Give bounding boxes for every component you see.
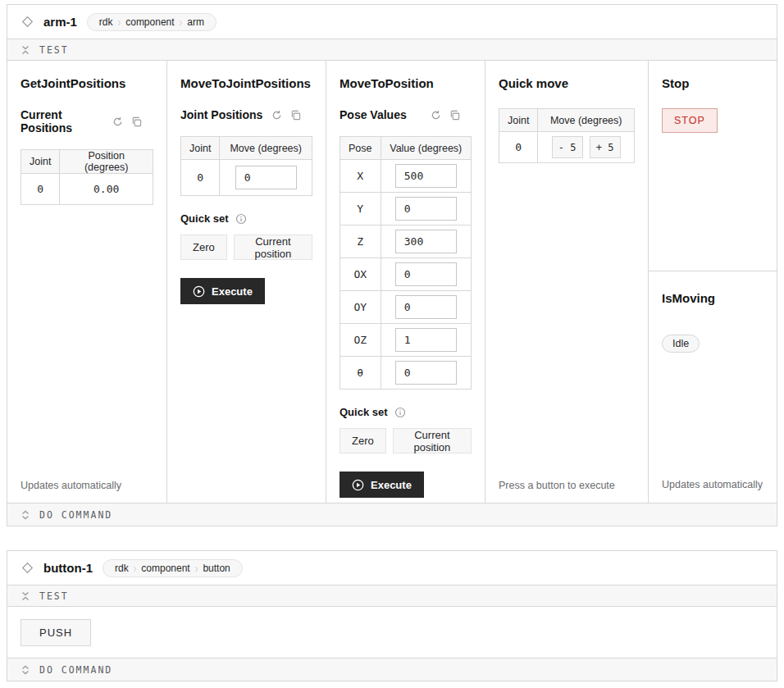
arm-component-card: arm-1 rdk › component › arm TEST GetJoin… bbox=[7, 4, 777, 526]
quick-move-table: Joint Move (degrees) 0 - 5 + 5 bbox=[499, 108, 635, 163]
table-header: Pose bbox=[340, 137, 381, 160]
section-head: Current Positions bbox=[21, 108, 153, 134]
do-command-section-toggle[interactable]: DO COMMAND bbox=[7, 658, 777, 681]
table-row: OZ bbox=[340, 324, 472, 357]
joint-index: 0 bbox=[21, 174, 60, 205]
breadcrumb-segment: component bbox=[122, 16, 177, 28]
table-header: Joint bbox=[181, 137, 220, 160]
button-component-card: button-1 rdk › component › button TEST P… bbox=[7, 550, 777, 681]
table-row: 0 bbox=[181, 160, 312, 196]
breadcrumb-segment: button bbox=[199, 563, 233, 574]
do-command-section-toggle[interactable]: DO COMMAND bbox=[7, 503, 777, 526]
pose-oy-input[interactable] bbox=[395, 295, 457, 319]
joint-index: 0 bbox=[499, 132, 538, 163]
pose-ox-input[interactable] bbox=[395, 262, 457, 286]
info-icon[interactable] bbox=[235, 213, 247, 225]
current-position-button[interactable]: Current position bbox=[234, 235, 312, 260]
table-row: Y bbox=[340, 193, 472, 226]
panel-title: MoveToPosition bbox=[340, 76, 472, 90]
copy-icon[interactable] bbox=[131, 116, 142, 127]
pose-label: OX bbox=[340, 258, 381, 291]
pose-label: X bbox=[340, 160, 381, 193]
chevron-separator-icon: › bbox=[116, 16, 123, 29]
zero-button[interactable]: Zero bbox=[180, 235, 227, 260]
execute-label: Execute bbox=[212, 285, 253, 298]
pose-z-input[interactable] bbox=[395, 230, 457, 253]
move-plus-5-button[interactable]: + 5 bbox=[590, 136, 621, 158]
breadcrumb-segment: rdk bbox=[112, 563, 132, 574]
pose-label: Z bbox=[340, 226, 381, 258]
refresh-icon[interactable] bbox=[112, 116, 123, 127]
stop-button[interactable]: STOP bbox=[662, 108, 718, 133]
pose-label: Y bbox=[340, 193, 381, 226]
component-name: arm-1 bbox=[43, 15, 77, 29]
table-row: OY bbox=[340, 291, 472, 324]
do-command-section-label: DO COMMAND bbox=[39, 509, 112, 521]
component-name: button-1 bbox=[43, 561, 93, 575]
execute-button[interactable]: Execute bbox=[340, 472, 424, 498]
pose-x-input[interactable] bbox=[395, 164, 457, 188]
execute-button[interactable]: Execute bbox=[180, 278, 265, 304]
refresh-icon[interactable] bbox=[431, 110, 441, 121]
table-row: θ bbox=[340, 357, 472, 390]
pose-y-input[interactable] bbox=[395, 197, 457, 221]
table-header: Value (degrees) bbox=[381, 137, 472, 160]
play-icon bbox=[193, 285, 205, 298]
panel-move-to-position: MoveToPosition Pose Values Pose bbox=[326, 61, 485, 503]
pose-label: θ bbox=[340, 357, 381, 390]
current-position-button[interactable]: Current position bbox=[393, 428, 472, 453]
quick-set-label: Quick set bbox=[180, 212, 229, 225]
panel-title: IsMoving bbox=[662, 291, 763, 305]
button-test-panel: PUSH bbox=[7, 607, 777, 658]
panel-footer-note: Updates automatically bbox=[21, 480, 121, 491]
test-section-toggle[interactable]: TEST bbox=[7, 585, 777, 607]
test-section-toggle[interactable]: TEST bbox=[7, 39, 777, 61]
table-header: Joint bbox=[21, 150, 60, 174]
push-button[interactable]: PUSH bbox=[21, 619, 91, 646]
table-header: Position (degrees) bbox=[60, 150, 153, 174]
page: arm-1 rdk › component › arm TEST GetJoin… bbox=[0, 0, 784, 688]
panel-quick-move: Quick move Joint Move (degrees) 0 - 5 + … bbox=[485, 61, 649, 503]
pose-oz-input[interactable] bbox=[395, 328, 457, 352]
chevron-separator-icon: › bbox=[178, 16, 185, 29]
chevron-separator-icon: › bbox=[132, 562, 139, 575]
pose-theta-input[interactable] bbox=[395, 361, 457, 385]
panel-stop: Stop STOP bbox=[649, 61, 777, 271]
zero-button[interactable]: Zero bbox=[340, 428, 386, 453]
refresh-icon[interactable] bbox=[271, 110, 282, 121]
component-diamond-icon bbox=[21, 562, 34, 575]
table-header: Joint bbox=[499, 109, 538, 132]
status-badge: Idle bbox=[662, 335, 700, 353]
breadcrumb-segment: arm bbox=[184, 16, 207, 28]
quick-set-buttons: Zero Current position bbox=[180, 235, 312, 260]
test-section-label: TEST bbox=[39, 44, 69, 56]
pose-label: OY bbox=[340, 291, 381, 324]
do-command-section-label: DO COMMAND bbox=[39, 664, 112, 676]
panel-get-joint-positions: GetJointPositions Current Positions bbox=[7, 61, 167, 503]
arm-test-panels: GetJointPositions Current Positions bbox=[7, 61, 777, 503]
quick-set-row: Quick set bbox=[180, 212, 312, 225]
move-minus-5-button[interactable]: - 5 bbox=[552, 136, 583, 158]
component-diamond-icon bbox=[21, 16, 34, 29]
joint-move-input[interactable] bbox=[235, 166, 297, 189]
pose-label: OZ bbox=[340, 324, 381, 357]
section-head: Joint Positions bbox=[180, 108, 312, 121]
joint-index: 0 bbox=[181, 160, 220, 196]
table-row: Z bbox=[340, 226, 472, 258]
pose-values-table: Pose Value (degrees) X Y Z bbox=[340, 136, 472, 390]
panel-move-to-joint-positions: MoveToJointPositions Joint Positions bbox=[167, 61, 326, 503]
copy-icon[interactable] bbox=[290, 110, 301, 121]
panel-is-moving: IsMoving Idle Updates automatically bbox=[649, 271, 777, 502]
breadcrumb-segment: rdk bbox=[96, 16, 116, 28]
section-title: Current Positions bbox=[21, 108, 112, 134]
panel-footer-note: Updates automatically bbox=[662, 479, 763, 490]
panel-title: MoveToJointPositions bbox=[180, 76, 312, 90]
panel-footer-note: Press a button to execute bbox=[499, 480, 615, 491]
panel-title: Quick move bbox=[499, 76, 635, 90]
copy-icon[interactable] bbox=[449, 110, 460, 121]
execute-label: Execute bbox=[371, 479, 412, 491]
current-positions-table: Joint Position (degrees) 0 0.00 bbox=[21, 149, 153, 205]
table-row: X bbox=[340, 160, 472, 193]
info-icon[interactable] bbox=[394, 407, 406, 418]
table-header: Move (degrees) bbox=[538, 109, 635, 132]
